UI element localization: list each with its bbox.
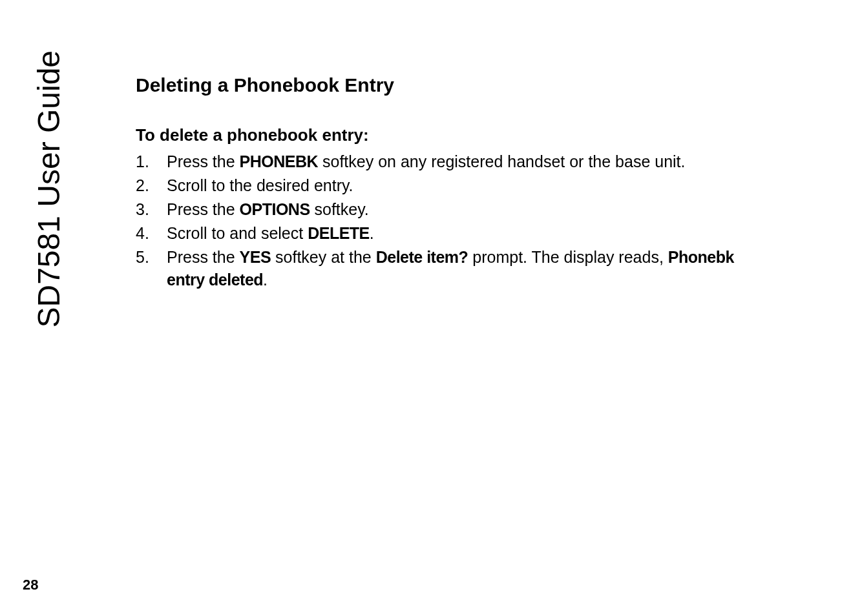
softkey-label: DELETE	[308, 224, 370, 242]
step-text: softkey on any registered handset or the…	[318, 152, 685, 170]
softkey-label: Delete item?	[376, 248, 468, 266]
section-title: Deleting a Phonebook Entry	[136, 74, 759, 96]
page-number: 28	[23, 577, 38, 593]
list-item: 2. Scroll to the desired entry.	[136, 174, 759, 197]
content-area: Deleting a Phonebook Entry To delete a p…	[136, 74, 759, 293]
step-number: 3.	[136, 198, 149, 221]
subsection-title: To delete a phonebook entry:	[136, 125, 759, 145]
step-number: 5.	[136, 246, 149, 269]
step-number: 1.	[136, 150, 149, 173]
softkey-label: PHONEBK	[240, 152, 319, 170]
softkey-label: OPTIONS	[240, 200, 310, 218]
list-item: 5. Press the YES softkey at the Delete i…	[136, 246, 759, 291]
step-text: softkey at the	[271, 248, 376, 266]
list-item: 3. Press the OPTIONS softkey.	[136, 198, 759, 221]
step-text: Scroll to the desired entry.	[167, 176, 353, 194]
step-text: Press the	[167, 248, 240, 266]
step-number: 2.	[136, 174, 149, 197]
list-item: 4. Scroll to and select DELETE.	[136, 222, 759, 245]
step-text: prompt. The display reads,	[468, 248, 668, 266]
step-number: 4.	[136, 222, 149, 245]
step-text: softkey.	[310, 200, 369, 218]
list-item: 1. Press the PHONEBK softkey on any regi…	[136, 150, 759, 173]
steps-list: 1. Press the PHONEBK softkey on any regi…	[136, 150, 759, 291]
softkey-label: YES	[240, 248, 271, 266]
step-text: Press the	[167, 200, 240, 218]
step-text: .	[263, 271, 268, 289]
step-text: Scroll to and select	[167, 224, 308, 242]
step-text: .	[370, 224, 374, 242]
step-text: Press the	[167, 152, 240, 170]
sidebar-guide-title: SD7581 User Guide	[31, 50, 67, 328]
